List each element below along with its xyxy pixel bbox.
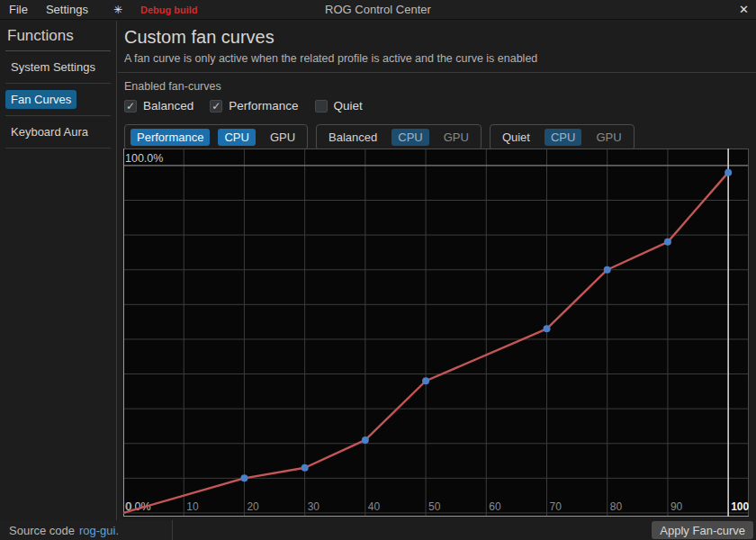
sidebar-item-fan-curves[interactable]: Fan Curves bbox=[5, 90, 76, 109]
sidebar-item-system-settings[interactable]: System Settings bbox=[5, 58, 101, 76]
svg-text:80: 80 bbox=[610, 500, 623, 513]
svg-text:90: 90 bbox=[670, 500, 683, 513]
checkbox-label: Balanced bbox=[143, 99, 194, 112]
checkbox-balanced[interactable]: ✓ Balanced bbox=[124, 99, 194, 112]
apply-fan-curve-button[interactable]: Apply Fan-curve bbox=[652, 521, 753, 539]
checkbox-icon[interactable]: ✓ bbox=[210, 100, 222, 112]
tab-quiet[interactable]: Quiet bbox=[496, 129, 536, 146]
titlebar: File Settings ✳ Debug build ROG Control … bbox=[0, 0, 756, 20]
tab-balanced-gpu[interactable]: GPU bbox=[437, 129, 475, 146]
enabled-fan-curves-label: Enabled fan-curves bbox=[124, 80, 749, 93]
page-subtitle: A fan curve is only active when the rela… bbox=[124, 52, 749, 65]
svg-text:40: 40 bbox=[368, 500, 381, 513]
tab-performance-cpu[interactable]: CPU bbox=[218, 129, 255, 146]
tabgroup-balanced: Balanced CPU GPU bbox=[316, 124, 482, 150]
sidebar: Functions System Settings Fan Curves Key… bbox=[0, 21, 117, 520]
sidebar-header: Functions bbox=[5, 25, 111, 50]
tabgroup-performance: Performance CPU GPU bbox=[124, 124, 308, 150]
svg-text:100: 100 bbox=[731, 500, 749, 513]
tab-quiet-gpu[interactable]: GPU bbox=[590, 129, 627, 146]
divider bbox=[5, 148, 111, 148]
divider bbox=[118, 72, 756, 73]
tab-balanced-cpu[interactable]: CPU bbox=[392, 129, 428, 146]
source-code-label: Source code bbox=[9, 524, 75, 537]
tabgroup-quiet: Quiet CPU GPU bbox=[490, 124, 634, 150]
tab-quiet-cpu[interactable]: CPU bbox=[544, 129, 581, 146]
fan-curve-chart[interactable]: 0102030405060708090100100.0%0.0% bbox=[123, 148, 749, 517]
rog-gui-link[interactable]: rog-gui. bbox=[79, 524, 119, 537]
svg-text:60: 60 bbox=[489, 500, 501, 513]
checkbox-quiet[interactable]: Quiet bbox=[315, 99, 363, 112]
svg-text:10: 10 bbox=[186, 500, 199, 513]
checkbox-icon[interactable]: ✓ bbox=[124, 100, 137, 112]
checkbox-performance[interactable]: ✓ Performance bbox=[210, 99, 298, 112]
sun-icon[interactable]: ✳ bbox=[113, 4, 122, 16]
svg-text:50: 50 bbox=[428, 500, 441, 513]
debug-build-badge: Debug build bbox=[140, 4, 198, 15]
checkbox-label: Quiet bbox=[334, 99, 363, 112]
source-code-box: Source code rog-gui. bbox=[0, 520, 173, 540]
profile-tab-row: Performance CPU GPU Balanced CPU GPU Qui… bbox=[124, 124, 749, 150]
svg-text:30: 30 bbox=[308, 500, 320, 513]
svg-text:70: 70 bbox=[550, 500, 562, 513]
menu-file[interactable]: File bbox=[0, 3, 37, 16]
rog-control-center-window: File Settings ✳ Debug build ROG Control … bbox=[0, 0, 756, 540]
enabled-checkbox-row: ✓ Balanced ✓ Performance Quiet bbox=[124, 99, 749, 112]
svg-text:100.0%: 100.0% bbox=[125, 152, 163, 165]
sidebar-item-keyboard-aura[interactable]: Keyboard Aura bbox=[5, 122, 94, 141]
page-title: Custom fan curves bbox=[124, 27, 749, 48]
tab-balanced[interactable]: Balanced bbox=[322, 129, 383, 146]
checkbox-label: Performance bbox=[229, 99, 298, 112]
svg-text:20: 20 bbox=[247, 500, 259, 513]
tab-performance[interactable]: Performance bbox=[130, 129, 210, 146]
footer: Source code rog-gui. Apply Fan-curve bbox=[0, 520, 756, 540]
checkbox-icon[interactable] bbox=[315, 100, 328, 112]
menu-settings[interactable]: Settings bbox=[37, 3, 97, 16]
tab-performance-gpu[interactable]: GPU bbox=[264, 129, 302, 146]
close-icon[interactable]: ✕ bbox=[739, 0, 749, 20]
